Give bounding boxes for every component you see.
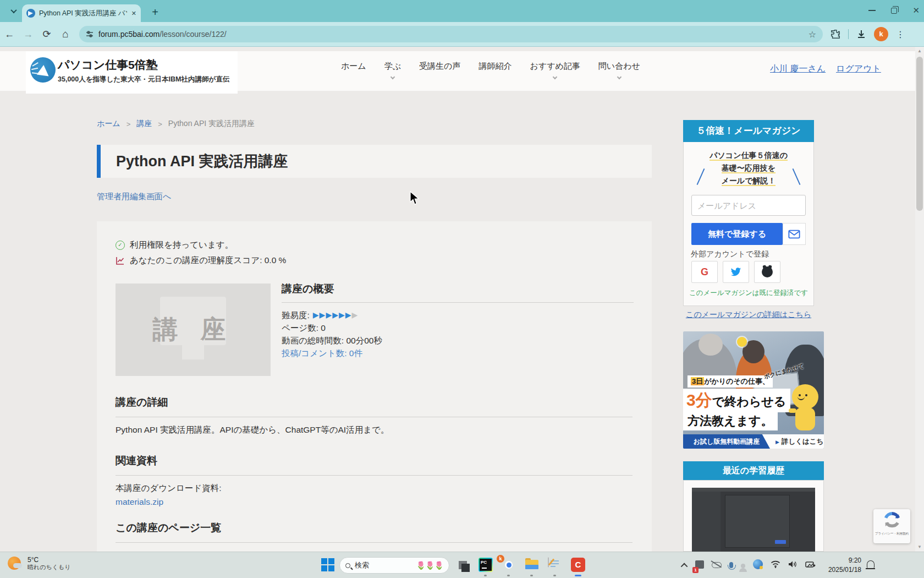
google-icon: G bbox=[701, 266, 708, 278]
difficulty-meter: ▶▶▶▶▶▶▶ bbox=[313, 308, 358, 321]
running-indicator bbox=[484, 575, 487, 576]
task-view-button[interactable] bbox=[455, 558, 470, 572]
materials-label: 本講座のダウンロード資料: bbox=[116, 483, 632, 494]
notification-bell-icon[interactable] bbox=[867, 560, 875, 568]
window-minimize-button[interactable] bbox=[868, 10, 876, 11]
tab-search-button[interactable] bbox=[7, 4, 21, 18]
back-button[interactable]: ← bbox=[0, 29, 19, 40]
twitter-login-button[interactable] bbox=[723, 261, 749, 283]
breadcrumb-home[interactable]: ホーム bbox=[97, 119, 120, 129]
pycharm-app-icon[interactable]: PC bbox=[479, 558, 493, 572]
google-login-button[interactable]: G bbox=[691, 261, 718, 283]
microphone-icon[interactable] bbox=[729, 560, 733, 570]
nav-item-contact[interactable]: 問い合わせ bbox=[598, 61, 640, 79]
site-info-icon[interactable] bbox=[86, 30, 94, 38]
taskbar-search-box[interactable]: 検索 🌷🌷🌷 bbox=[339, 557, 449, 574]
nav-item-learn[interactable]: 学ぶ bbox=[384, 61, 401, 79]
github-icon bbox=[762, 266, 773, 277]
difficulty-triangle-icon: ▶ bbox=[332, 310, 339, 319]
details-section: 講座の詳細 Python API 実践活用講座。APIの基礎から、ChatGPT… bbox=[116, 395, 632, 436]
reload-button[interactable]: ⟳ bbox=[37, 28, 56, 40]
course-thumbnail: 講 座 bbox=[116, 283, 271, 376]
difficulty-triangle-icon: ▶ bbox=[339, 310, 345, 319]
wifi-icon[interactable] bbox=[771, 560, 780, 570]
battery-saver-icon[interactable] bbox=[805, 560, 816, 570]
history-header: 最近の学習履歴 bbox=[683, 461, 824, 480]
new-tab-button[interactable]: + bbox=[147, 4, 163, 20]
ad-banner[interactable]: 3日がかりのその仕事、 ボクにまかせて 3分で終わらせる 方法教えます。 お試し… bbox=[683, 331, 824, 449]
page-list-heading: この講座のページ一覧 bbox=[116, 521, 632, 535]
window-restore-button[interactable] bbox=[891, 8, 897, 14]
email-input[interactable] bbox=[691, 195, 806, 216]
download-icon[interactable] bbox=[856, 29, 866, 39]
windows-taskbar: 5°C 晴れのちくもり 検索 🌷🌷🌷 PC k C 1 bbox=[0, 552, 924, 578]
ad-cta-link[interactable]: 詳しくはこちら bbox=[776, 434, 824, 449]
scrollbar-thumb[interactable] bbox=[916, 57, 923, 211]
social-login-row: G bbox=[691, 261, 780, 283]
recaptcha-icon bbox=[884, 512, 900, 528]
divider bbox=[116, 417, 632, 417]
external-accounts-label: 外部アカウントで登録 bbox=[691, 249, 769, 259]
nav-item-home[interactable]: ホーム bbox=[341, 61, 366, 79]
url-bar[interactable]: forum.pc5bai.com/lesson/course/122/ ☆ bbox=[79, 26, 823, 42]
materials-file-link[interactable]: materials.zip bbox=[116, 497, 163, 507]
browser-menu-icon[interactable]: ⋮ bbox=[896, 29, 905, 40]
scroll-down-arrow-icon[interactable]: ▼ bbox=[915, 543, 924, 552]
divider bbox=[116, 542, 632, 543]
nav-item-instructors[interactable]: 講師紹介 bbox=[479, 61, 512, 79]
chevron-down-icon bbox=[391, 75, 395, 79]
extensions-puzzle-icon[interactable] bbox=[831, 29, 840, 39]
mouse-cursor bbox=[410, 191, 420, 205]
difficulty-row: 難易度: ▶▶▶▶▶▶▶ bbox=[282, 308, 634, 321]
notepad-app-icon[interactable] bbox=[548, 557, 549, 568]
tab-close-icon[interactable]: ✕ bbox=[131, 10, 136, 17]
github-login-button[interactable] bbox=[754, 261, 780, 283]
details-heading: 講座の詳細 bbox=[116, 395, 632, 410]
difficulty-label: 難易度: bbox=[282, 309, 310, 321]
clip-app-icon[interactable]: C bbox=[571, 558, 585, 572]
profile-avatar[interactable]: k bbox=[874, 27, 888, 41]
window-close-button[interactable]: ✕ bbox=[912, 6, 920, 15]
user-name-link[interactable]: 小川 慶一さん bbox=[770, 63, 826, 75]
tray-app-icon[interactable]: 1 bbox=[695, 560, 704, 571]
overview-heading: 講座の概要 bbox=[282, 282, 634, 296]
tray-overflow-chevron-icon[interactable] bbox=[683, 560, 688, 570]
clock-time: 9:20 bbox=[824, 556, 861, 565]
ad-footer: お試し版無料動画講座 詳しくはこちら bbox=[683, 434, 824, 449]
home-button[interactable]: ⌂ bbox=[56, 28, 75, 40]
bookmark-star-icon[interactable]: ☆ bbox=[809, 29, 816, 40]
vertical-scrollbar[interactable]: ▲ ▼ bbox=[915, 47, 924, 552]
scroll-up-arrow-icon[interactable]: ▲ bbox=[915, 47, 924, 56]
logout-link[interactable]: ログアウト bbox=[836, 63, 881, 75]
admin-edit-link[interactable]: 管理者用編集画面へ bbox=[97, 192, 171, 202]
taskbar-clock[interactable]: 9:20 2025/01/18 bbox=[824, 556, 861, 575]
search-icon bbox=[345, 563, 350, 568]
newsletter-details-link[interactable]: このメールマガジンの詳細はこちら bbox=[683, 310, 814, 320]
register-button[interactable]: 無料で登録する bbox=[691, 223, 783, 245]
course-card: ✓ 利用権限を持っています。 あなたのこの講座の理解度スコア: 0.0 % 講 … bbox=[97, 221, 652, 552]
assistant-icon[interactable] bbox=[741, 560, 745, 570]
history-card[interactable] bbox=[683, 480, 824, 552]
course-thumb-text: 講 座 bbox=[153, 313, 234, 347]
recaptcha-privacy-text[interactable]: プライバシー・利用規約 bbox=[873, 532, 910, 536]
toolbar-right: k ⋮ bbox=[831, 27, 910, 41]
ad-photo-person bbox=[698, 334, 723, 356]
recaptcha-badge[interactable]: プライバシー・利用規約 bbox=[873, 509, 910, 543]
forward-button[interactable]: → bbox=[19, 29, 37, 40]
nav-item-voices[interactable]: 受講生の声 bbox=[419, 61, 460, 79]
app-sphere-icon[interactable] bbox=[753, 559, 763, 571]
weather-temperature: 5°C bbox=[28, 556, 71, 564]
nav-item-articles[interactable]: おすすめ記事 bbox=[530, 61, 580, 79]
onedrive-offline-icon[interactable] bbox=[712, 560, 722, 570]
site-logo[interactable]: パソコン仕事5倍塾 35,000人を指導した東大卒・元日本IBM社内講師が直伝 bbox=[26, 51, 238, 94]
browser-tab[interactable]: Python API 実践活用講座 パソコ ✕ bbox=[22, 4, 141, 22]
comments-link[interactable]: 投稿/コメント数: 0件 bbox=[282, 347, 362, 359]
breadcrumb-courses[interactable]: 講座 bbox=[136, 119, 152, 129]
speaker-icon[interactable] bbox=[788, 560, 798, 570]
taskbar-weather-widget[interactable]: 5°C 晴れのちくもり bbox=[8, 555, 71, 571]
lightbulb-icon bbox=[737, 337, 747, 347]
windows-start-button[interactable] bbox=[321, 558, 335, 572]
search-placeholder: 検索 bbox=[355, 560, 412, 570]
difficulty-triangle-icon: ▶ bbox=[352, 310, 359, 319]
page-title-block: Python API 実践活用講座 bbox=[97, 145, 652, 178]
